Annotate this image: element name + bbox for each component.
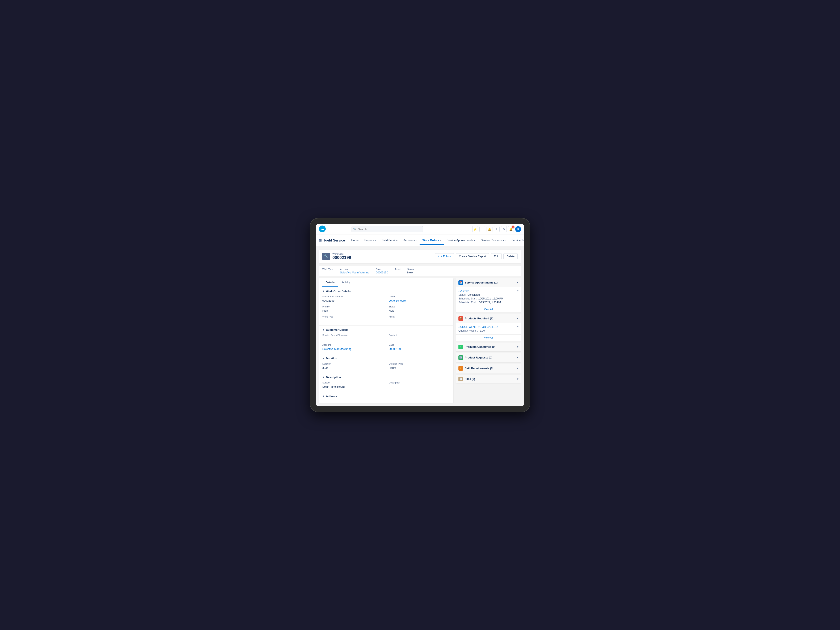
section-customer-details-header[interactable]: ▼ Customer Details [322,328,450,332]
apps-grid-icon[interactable]: ⊞ [319,238,322,242]
products-view-all[interactable]: View All [456,334,521,341]
field-value: ✎ [389,384,450,389]
field-value: 00002199 [322,298,384,303]
edit-button[interactable]: Edit [491,253,502,259]
case-value[interactable]: 00005150 [376,271,388,274]
section-title: Address [326,395,337,398]
record-number: 00002199 [332,255,432,260]
section-chevron: ▼ [322,357,325,360]
nav-item-service-appointments[interactable]: Service Appointments ▾ [444,236,478,245]
product-qty: Quantity Requir...: 3.00 [458,329,518,332]
skill-requirements-chevron[interactable]: ▾ [517,367,518,370]
nav-item-service-territories[interactable]: Service Territories ▾ [508,236,524,245]
files-icon: 📄 [458,377,463,381]
products-required-header: 📦 Products Required (1) ▾ [456,314,521,323]
user-avatar[interactable]: S [515,226,521,232]
search-input[interactable] [352,226,423,232]
record-title-block: Work Order 00002199 [332,253,432,260]
follow-button[interactable]: + + Follow [435,253,454,259]
related-products-consumed: ⬇ Products Consumed (0) ▾ [456,343,521,352]
product-requests-chevron[interactable]: ▾ [517,356,518,359]
highlight-case: Case 00005150 [376,268,388,274]
favorites-button[interactable]: ⭐ [472,226,478,232]
nav-item-accounts[interactable]: Accounts ▾ [401,236,419,245]
product-name[interactable]: SURGE GENERATOR CABLED ▾ [458,325,518,328]
related-files: 📄 Files (0) ▾ [456,375,521,384]
setup-button[interactable]: 🔔 [486,226,493,232]
service-appointments-chevron: ▾ [474,239,475,241]
utility-icons: ⭐ ＋ 🔔 ? ⚙ 🔔 1 S [472,226,521,232]
account-value[interactable]: Salesfive Manufacturing [340,271,369,274]
service-appointments-chevron[interactable]: ▾ [517,281,518,284]
field-label: Work Order Number [322,295,384,298]
skill-requirements-icon: ⚡ [458,366,463,371]
products-required-body: SURGE GENERATOR CABLED ▾ Quantity Requir… [456,323,521,334]
products-required-chevron[interactable]: ▾ [517,317,518,320]
record-actions: + + Follow Create Service Report Edit De… [435,253,518,259]
reports-chevron: ▾ [375,239,376,241]
highlight-asset: Asset [395,268,401,274]
files-header: 📄 Files (0) ▾ [456,375,521,384]
sa-link[interactable]: SA-2292 ▾ [458,289,518,292]
products-required-title: 📦 Products Required (1) [458,316,493,321]
section-description-header[interactable]: ▼ Description [322,376,450,379]
section-title: Customer Details [326,328,348,332]
tab-details[interactable]: Details [322,278,338,287]
salesforce-logo[interactable]: ☁ [319,226,326,233]
products-consumed-title: ⬇ Products Consumed (0) [458,344,496,349]
section-title: Description [326,376,341,379]
nav-item-service-resources[interactable]: Service Resources ▾ [478,236,508,245]
section-work-order-details-header[interactable]: ▼ Work Order Details [322,290,450,293]
nav-item-home[interactable]: Home [348,236,362,245]
related-product-requests: 🔄 Product Requests (0) ▾ [456,353,521,362]
record-type-label: Work Order [332,253,432,255]
section-chevron: ▼ [322,395,325,397]
field-label: Service Report Template [322,334,384,336]
field-label: Asset [389,316,450,318]
search-icon: 🔍 [353,227,356,231]
section-address-header[interactable]: ▼ Address [322,395,450,398]
record-icon: 🔧 [322,253,330,260]
utility-bar: ☁ 🔍 ⭐ ＋ 🔔 ? ⚙ 🔔 1 S [316,224,524,235]
skill-requirements-header: ⚡ Skill Requirements (0) ▾ [456,364,521,373]
product-requests-icon: 🔄 [458,355,463,360]
notification-button[interactable]: 🔔 1 [508,226,514,232]
highlight-status: Status New [407,268,414,274]
section-address: ▼ Address [319,392,453,403]
create-service-report-button[interactable]: Create Service Report [456,253,489,259]
field-label: Priority [322,305,384,308]
field-service-report-template: Service Report Template ✎ [322,334,384,341]
add-button[interactable]: ＋ [479,226,485,232]
products-consumed-chevron[interactable]: ▾ [517,345,518,348]
field-value: 00005150 ✎ [389,346,450,352]
field-duration-type: Duration Type Hours ✎ [389,362,450,370]
settings-button[interactable]: ⚙ [501,226,507,232]
accounts-chevron: ▾ [415,239,417,241]
field-label: Subject [322,381,384,384]
follow-plus-icon: + [438,255,439,258]
section-chevron: ▼ [322,376,325,379]
product-chevron: ▾ [517,325,518,328]
field-label: Duration [322,362,384,365]
notification-badge: 1 [512,226,515,229]
help-button[interactable]: ? [494,226,500,232]
field-value: Salesfive Manufacturing ✎ [322,346,384,352]
files-title: 📄 Files (0) [458,377,475,381]
sa-view-all[interactable]: View All [456,306,521,313]
delete-button[interactable]: Delete [504,253,518,259]
section-duration-header[interactable]: ▼ Duration [322,357,450,360]
work-order-details-fields: Work Order Number 00002199 Owner Lotte S… [322,295,450,323]
record-header: 🔧 Work Order 00002199 + + Follow Create … [319,250,521,263]
field-label: Status [389,305,450,308]
highlights-bar: Work Type Account Salesfive Manufacturin… [319,266,521,276]
section-chevron: ▼ [322,328,325,331]
nav-item-work-orders[interactable]: Work Orders ▾ [420,236,444,245]
sa-scheduled-end: Scheduled End: 10/25/2021, 1:30 PM [458,301,518,304]
nav-item-field-service[interactable]: Field Service [379,236,401,245]
tab-activity[interactable]: Activity [338,278,354,287]
service-appointments-header: 📅 Service Appointments (1) ▾ [456,278,521,287]
files-chevron[interactable]: ▾ [517,377,518,381]
field-label: Duration Type [389,362,450,365]
related-products-required: 📦 Products Required (1) ▾ SURGE GENERATO… [456,314,521,341]
nav-item-reports[interactable]: Reports ▾ [362,236,379,245]
